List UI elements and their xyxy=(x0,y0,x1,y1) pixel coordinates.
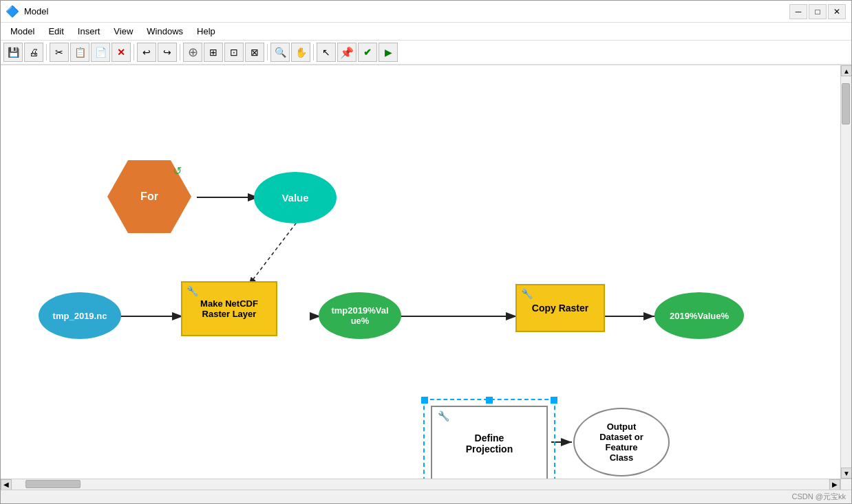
output-dataset-node[interactable]: OutputDataset orFeatureClass xyxy=(573,408,670,476)
sel-handle-tm xyxy=(486,397,493,404)
fit-button[interactable]: ⊡ xyxy=(224,43,244,62)
zoom-fit-button[interactable]: ⊠ xyxy=(245,43,264,62)
menu-model[interactable]: Model xyxy=(3,25,41,38)
value-node[interactable]: Value xyxy=(254,172,337,223)
scroll-left-button[interactable]: ◀ xyxy=(1,479,12,490)
sep3 xyxy=(180,44,180,61)
title-controls: ─ □ ✕ xyxy=(789,4,846,19)
horizontal-scrollbar[interactable]: ◀ ▶ xyxy=(1,479,840,490)
copy-button[interactable]: 📋 xyxy=(70,43,89,62)
menu-view[interactable]: View xyxy=(107,25,140,38)
menu-edit[interactable]: Edit xyxy=(41,25,70,38)
close-button[interactable]: ✕ xyxy=(828,4,846,19)
link-button[interactable]: 📌 xyxy=(337,43,356,62)
copy-raster-label: Copy Raster xyxy=(532,303,588,314)
toolbar: 💾 🖨 ✂ 📋 📄 ✕ ↩ ↪ ⊕ ⊞ ⊡ ⊠ 🔍 ✋ ↖ 📌 ✔ ▶ xyxy=(1,41,851,65)
for-node[interactable]: For ↺ xyxy=(107,160,191,233)
undo-button[interactable]: ↩ xyxy=(137,43,156,62)
for-refresh-icon: ↺ xyxy=(173,164,182,177)
horizontal-scrollbar-container: ◀ ▶ xyxy=(1,479,851,490)
validate-button[interactable]: ✔ xyxy=(358,43,377,62)
maximize-button[interactable]: □ xyxy=(809,4,827,19)
tmp2019-node[interactable]: tmp2019%Value% xyxy=(319,292,401,339)
window-title: Model xyxy=(24,6,48,17)
grid-button[interactable]: ⊞ xyxy=(204,43,223,62)
minimize-button[interactable]: ─ xyxy=(789,4,807,19)
scroll-track-v xyxy=(841,76,851,468)
cut-button[interactable]: ✂ xyxy=(50,43,69,62)
scrollbar-corner xyxy=(840,479,851,490)
tmp-input-label: tmp_2019.nc xyxy=(53,311,107,321)
output-2019-label: 2019%Value% xyxy=(670,311,729,321)
tmp2019-label: tmp2019%Value% xyxy=(331,305,388,326)
paste-button[interactable]: 📄 xyxy=(91,43,110,62)
scroll-up-button[interactable]: ▲ xyxy=(841,65,851,76)
print-button[interactable]: 🖨 xyxy=(24,43,43,62)
scroll-thumb-h[interactable] xyxy=(25,480,81,488)
canvas-container: For ↺ Value tmp_2019.nc 🔧 Make NetCDFRas… xyxy=(1,65,851,479)
redo-button[interactable]: ↪ xyxy=(158,43,177,62)
sep2 xyxy=(134,44,134,61)
scroll-down-button[interactable]: ▼ xyxy=(841,468,851,479)
menu-insert[interactable]: Insert xyxy=(71,25,107,38)
output-dataset-label: OutputDataset orFeatureClass xyxy=(599,421,643,463)
sel-handle-tl xyxy=(421,397,428,404)
title-bar-left: 🔷 Model xyxy=(6,6,48,18)
scroll-track-h xyxy=(12,479,829,490)
copy-raster-tool-icon: 🔧 xyxy=(521,288,533,299)
define-proj-tool-icon: 🔧 xyxy=(438,410,449,421)
status-bar: CSDN @元宝kk xyxy=(1,490,851,503)
pan-button[interactable]: ✋ xyxy=(291,43,310,62)
copy-raster-node[interactable]: 🔧 Copy Raster xyxy=(515,284,605,332)
sep1 xyxy=(46,44,47,61)
canvas[interactable]: For ↺ Value tmp_2019.nc 🔧 Make NetCDFRas… xyxy=(1,65,840,479)
vertical-scrollbar[interactable]: ▲ ▼ xyxy=(840,65,851,479)
watermark: CSDN @元宝kk xyxy=(792,492,846,502)
make-netcdf-label: Make NetCDFRaster Layer xyxy=(196,298,262,319)
menu-bar: Model Edit Insert View Windows Help xyxy=(1,23,851,41)
add-tool-button[interactable]: ⊕ xyxy=(183,43,202,62)
run-button[interactable]: ▶ xyxy=(379,43,398,62)
sel-handle-tr xyxy=(551,397,557,404)
tmp-input-node[interactable]: tmp_2019.nc xyxy=(39,292,121,339)
svg-line-3 xyxy=(248,218,300,285)
save-button[interactable]: 💾 xyxy=(3,43,23,62)
sep5 xyxy=(313,44,314,61)
define-projection-node[interactable]: 🔧 DefineProjection xyxy=(431,406,548,479)
sep4 xyxy=(267,44,268,61)
zoom-in-button[interactable]: 🔍 xyxy=(270,43,290,62)
make-netcdf-tool-icon: 🔧 xyxy=(187,285,198,296)
output-2019-node[interactable]: 2019%Value% xyxy=(654,292,744,339)
app-icon: 🔷 xyxy=(6,6,19,18)
menu-help[interactable]: Help xyxy=(190,25,222,38)
for-label: For xyxy=(140,190,158,203)
value-label: Value xyxy=(281,192,308,204)
menu-windows[interactable]: Windows xyxy=(140,25,190,38)
arrows-svg xyxy=(1,65,840,479)
define-proj-label: DefineProjection xyxy=(466,432,513,454)
title-bar: 🔷 Model ─ □ ✕ xyxy=(1,1,851,23)
make-netcdf-node[interactable]: 🔧 Make NetCDFRaster Layer xyxy=(181,281,277,336)
delete-button[interactable]: ✕ xyxy=(111,43,131,62)
select-button[interactable]: ↖ xyxy=(317,43,336,62)
scroll-right-button[interactable]: ▶ xyxy=(829,479,840,490)
main-window: 🔷 Model ─ □ ✕ Model Edit Insert View Win… xyxy=(0,0,852,504)
scroll-thumb-v[interactable] xyxy=(842,83,850,124)
